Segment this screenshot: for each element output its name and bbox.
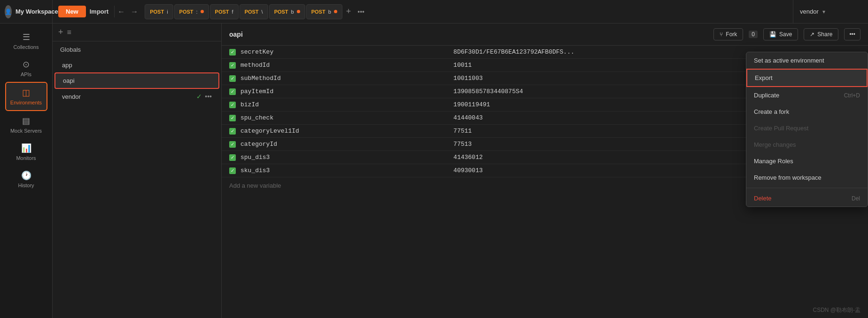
add-tab-button[interactable]: + bbox=[343, 7, 354, 16]
sidebar-item-label: APIs bbox=[21, 72, 31, 77]
env-name: oapi bbox=[63, 77, 211, 84]
checkbox-cell[interactable]: ✓ bbox=[229, 115, 240, 121]
sidebar-item-label: Monitors bbox=[16, 155, 36, 161]
env-list: Globals app oapi vendor ✓ ••• bbox=[53, 41, 221, 318]
menu-item-label: Set as active environment bbox=[754, 57, 824, 64]
tab-post-6[interactable]: POST b bbox=[306, 4, 342, 19]
apis-icon: ⊙ bbox=[23, 59, 30, 70]
menu-item-create-pr: Create Pull Request bbox=[746, 120, 868, 136]
checkbox[interactable]: ✓ bbox=[229, 75, 236, 82]
checkbox-cell[interactable]: ✓ bbox=[229, 154, 240, 161]
collections-icon: ☰ bbox=[23, 32, 30, 42]
tab-post-2[interactable]: POST : bbox=[174, 4, 209, 19]
menu-item-label: Delete bbox=[754, 195, 772, 202]
menu-item-label: Manage Roles bbox=[754, 158, 793, 165]
back-button[interactable]: ← bbox=[115, 6, 128, 18]
menu-item-shortcut: Ctrl+D bbox=[844, 92, 860, 99]
env-item-oapi[interactable]: oapi bbox=[54, 72, 219, 89]
menu-item-delete[interactable]: Delete Del bbox=[746, 190, 868, 207]
menu-item-export[interactable]: Export bbox=[746, 69, 868, 87]
checkbox-cell[interactable]: ✓ bbox=[229, 167, 240, 174]
env-more-button[interactable]: ••• bbox=[205, 93, 212, 100]
add-environment-button[interactable]: + bbox=[58, 27, 63, 37]
checkbox[interactable]: ✓ bbox=[229, 141, 236, 148]
sidebar-item-collections[interactable]: ☰ Collections bbox=[5, 27, 47, 55]
menu-item-duplicate[interactable]: Duplicate Ctrl+D bbox=[746, 87, 868, 103]
checkbox[interactable]: ✓ bbox=[229, 167, 236, 174]
tab-name: b bbox=[291, 9, 294, 15]
top-actions: New Import bbox=[53, 6, 115, 17]
var-name: categoryLevel1Id bbox=[240, 127, 444, 135]
env-globals[interactable]: Globals bbox=[53, 41, 221, 58]
var-name: secretKey bbox=[240, 48, 444, 56]
tab-post-4[interactable]: POST \ bbox=[240, 4, 268, 19]
workspace-name: My Workspace bbox=[16, 8, 58, 15]
checkbox-cell[interactable]: ✓ bbox=[229, 128, 240, 135]
env-item-app[interactable]: app bbox=[54, 58, 219, 72]
tabs-more-button[interactable]: ••• bbox=[355, 8, 367, 16]
left-sidebar: ☰ Collections ⊙ APIs ◫ Environments ▤ Mo… bbox=[0, 24, 53, 318]
vendor-dropdown[interactable]: vendor ▾ bbox=[793, 0, 868, 23]
sidebar-item-label: Collections bbox=[14, 44, 39, 50]
tab-name: \ bbox=[262, 9, 263, 15]
checkbox[interactable]: ✓ bbox=[229, 49, 236, 56]
menu-item-label: Create a fork bbox=[754, 108, 789, 115]
menu-item-label: Create Pull Request bbox=[754, 125, 808, 132]
sidebar-item-apis[interactable]: ⊙ APIs bbox=[5, 55, 47, 82]
sidebar-item-label: History bbox=[18, 183, 34, 188]
tab-method: POST bbox=[215, 9, 229, 15]
fork-button[interactable]: ⑂ Fork bbox=[713, 28, 743, 40]
tab-method: POST bbox=[150, 9, 164, 15]
tab-method: POST bbox=[311, 9, 326, 15]
sidebar-item-environments[interactable]: ◫ Environments bbox=[5, 82, 47, 111]
tab-post-5[interactable]: POST b bbox=[269, 4, 305, 19]
env-panel-header: + ≡ bbox=[53, 24, 221, 41]
sidebar-item-monitors[interactable]: 📊 Monitors bbox=[5, 138, 47, 166]
menu-item-label: Export bbox=[755, 74, 773, 81]
checkbox[interactable]: ✓ bbox=[229, 154, 236, 161]
menu-item-set-active[interactable]: Set as active environment bbox=[746, 52, 868, 69]
menu-item-create-fork[interactable]: Create a fork bbox=[746, 103, 868, 120]
share-icon: ↗ bbox=[810, 31, 814, 38]
tab-method: POST bbox=[274, 9, 288, 15]
tab-dot bbox=[201, 10, 204, 13]
new-button[interactable]: New bbox=[58, 6, 86, 17]
checkbox-cell[interactable]: ✓ bbox=[229, 49, 240, 56]
menu-item-label: Merge changes bbox=[754, 141, 796, 148]
checkbox[interactable]: ✓ bbox=[229, 62, 236, 69]
forward-button[interactable]: → bbox=[128, 6, 141, 18]
checkbox-cell[interactable]: ✓ bbox=[229, 88, 240, 95]
monitors-icon: 📊 bbox=[21, 143, 31, 153]
top-bar: 👤 My Workspace New Import ← → POST i POS… bbox=[0, 0, 868, 24]
tab-post-1[interactable]: POST i bbox=[145, 4, 173, 19]
filter-button[interactable]: ≡ bbox=[67, 28, 71, 37]
sidebar-item-history[interactable]: 🕐 History bbox=[5, 166, 47, 193]
import-button[interactable]: Import bbox=[90, 8, 108, 15]
menu-item-merge-changes: Merge changes bbox=[746, 136, 868, 153]
menu-divider bbox=[746, 188, 868, 188]
tab-name: i bbox=[167, 9, 168, 15]
fork-count: 0 bbox=[749, 31, 758, 38]
var-name: categoryId bbox=[240, 141, 444, 148]
menu-item-remove-workspace[interactable]: Remove from workspace bbox=[746, 169, 868, 186]
checkbox-cell[interactable]: ✓ bbox=[229, 102, 240, 108]
env-item-vendor[interactable]: vendor ✓ ••• bbox=[54, 89, 219, 104]
checkbox[interactable]: ✓ bbox=[229, 115, 236, 121]
environments-icon: ◫ bbox=[22, 87, 30, 98]
checkbox-cell[interactable]: ✓ bbox=[229, 62, 240, 69]
var-name: bizId bbox=[240, 101, 444, 108]
env-more-options-button[interactable]: ••• bbox=[844, 28, 860, 40]
tab-name: b bbox=[328, 9, 331, 15]
checkbox[interactable]: ✓ bbox=[229, 128, 236, 135]
save-button[interactable]: 💾 Save bbox=[763, 28, 798, 40]
fork-icon: ⑂ bbox=[720, 31, 723, 38]
sidebar-item-mock-servers[interactable]: ▤ Mock Servers bbox=[5, 111, 47, 138]
share-button[interactable]: ↗ Share bbox=[804, 28, 838, 40]
env-header: oapi ⑂ Fork 0 💾 Save ↗ Share ••• bbox=[222, 24, 868, 46]
checkbox-cell[interactable]: ✓ bbox=[229, 141, 240, 148]
checkbox[interactable]: ✓ bbox=[229, 102, 236, 108]
menu-item-manage-roles[interactable]: Manage Roles bbox=[746, 153, 868, 169]
checkbox-cell[interactable]: ✓ bbox=[229, 75, 240, 82]
checkbox[interactable]: ✓ bbox=[229, 88, 236, 95]
tab-post-3[interactable]: POST f bbox=[210, 4, 239, 19]
